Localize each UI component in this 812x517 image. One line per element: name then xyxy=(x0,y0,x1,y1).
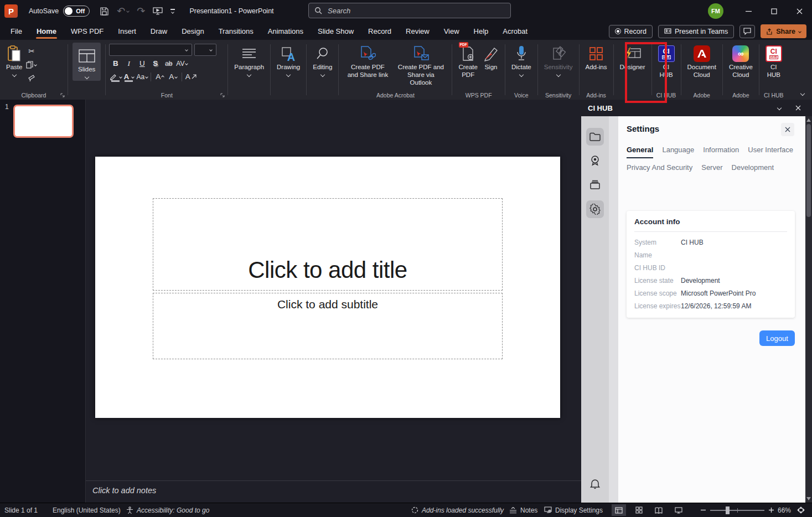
cihub2-button[interactable]: CIHUB CIHUB xyxy=(763,43,785,79)
cut-icon[interactable]: ✂ xyxy=(25,45,38,56)
paste-button[interactable]: Paste xyxy=(3,43,25,76)
designer-button[interactable]: Designer xyxy=(617,43,648,71)
zoom-slider-handle[interactable] xyxy=(726,506,730,514)
taskpane-options-icon[interactable] xyxy=(772,102,787,114)
tab-home[interactable]: Home xyxy=(29,22,64,40)
creative-cloud-button[interactable]: ∞ CreativeCloud xyxy=(726,43,756,79)
clipboard-dialog-launcher-icon[interactable] xyxy=(60,92,65,98)
font-size-combobox[interactable] xyxy=(194,44,216,56)
collapse-ribbon-icon[interactable] xyxy=(800,91,805,96)
tab-development[interactable]: Development xyxy=(732,163,774,175)
present-in-teams-button[interactable]: Present in Teams xyxy=(658,25,734,38)
scroll-down-icon[interactable] xyxy=(806,497,811,500)
undo-icon[interactable]: ↶ xyxy=(117,6,125,16)
underline-button[interactable]: U xyxy=(136,58,148,69)
logout-button[interactable]: Logout xyxy=(759,330,795,346)
scroll-up-icon[interactable] xyxy=(806,118,811,122)
fit-slide-icon[interactable] xyxy=(797,503,805,517)
bell-icon[interactable] xyxy=(586,475,604,493)
title-placeholder[interactable]: Click to add title xyxy=(153,198,503,291)
autosave-toggle[interactable]: Off xyxy=(63,6,90,17)
wps-create-pdf-button[interactable]: PDF CreatePDF xyxy=(456,43,480,79)
zoom-slider[interactable] xyxy=(710,510,764,511)
powerpoint-logo-icon[interactable]: P xyxy=(4,4,18,18)
new-slide-button[interactable]: Slides xyxy=(73,43,101,81)
close-button[interactable] xyxy=(787,0,812,22)
reading-view-icon[interactable] xyxy=(651,504,666,516)
change-case-button[interactable]: Aa xyxy=(136,71,148,82)
create-pdf-share-outlook-button[interactable]: Create PDF andShare via Outlook xyxy=(393,43,448,86)
undo-dropdown-icon[interactable] xyxy=(126,9,130,13)
tab-transitions[interactable]: Transitions xyxy=(211,22,261,40)
tab-acrobat[interactable]: Acrobat xyxy=(495,22,535,40)
tab-view[interactable]: View xyxy=(437,22,467,40)
clear-formatting-button[interactable]: A xyxy=(184,71,197,82)
tab-language[interactable]: Language xyxy=(662,146,694,158)
document-cloud-button[interactable]: DocumentCloud xyxy=(685,43,719,79)
notes-button[interactable]: Notes xyxy=(509,503,537,517)
gear-icon[interactable] xyxy=(586,200,604,218)
slide-thumbnail[interactable] xyxy=(13,105,74,138)
archive-box-icon[interactable] xyxy=(586,176,604,194)
subtitle-placeholder[interactable]: Click to add subtitle xyxy=(153,293,503,359)
quality-badge-icon[interactable] xyxy=(586,152,604,169)
tab-draw[interactable]: Draw xyxy=(143,22,174,40)
grow-font-button[interactable]: A xyxy=(153,71,166,82)
save-icon[interactable] xyxy=(100,7,109,16)
wps-sign-button[interactable]: Sign xyxy=(480,43,501,71)
italic-button[interactable]: I xyxy=(122,58,135,69)
record-button[interactable]: Record xyxy=(609,25,653,38)
language-indicator[interactable]: English (United States) xyxy=(53,503,121,517)
display-settings-button[interactable]: Display Settings xyxy=(544,503,603,517)
zoom-level[interactable]: 66% xyxy=(778,503,791,517)
shrink-font-button[interactable]: A xyxy=(167,71,179,82)
addins-button[interactable]: Add-ins xyxy=(583,43,610,71)
zoom-out-icon[interactable] xyxy=(701,508,706,513)
text-shadow-button[interactable]: S xyxy=(149,58,162,69)
tab-slide-show[interactable]: Slide Show xyxy=(311,22,361,40)
search-box[interactable] xyxy=(308,3,511,18)
tab-information[interactable]: Information xyxy=(703,146,739,158)
tab-record[interactable]: Record xyxy=(361,22,399,40)
tab-help[interactable]: Help xyxy=(467,22,496,40)
tab-wps-pdf[interactable]: WPS PDF xyxy=(64,22,111,40)
cihub-button[interactable]: CIHUB CIHUB xyxy=(655,43,677,79)
copy-icon[interactable] xyxy=(25,59,38,70)
maximize-button[interactable] xyxy=(761,0,787,22)
strikethrough-button[interactable]: ab xyxy=(162,58,175,69)
slide-indicator[interactable]: Slide 1 of 1 xyxy=(4,503,38,517)
bold-button[interactable]: B xyxy=(109,58,122,69)
tab-insert[interactable]: Insert xyxy=(111,22,143,40)
tab-file[interactable]: File xyxy=(3,22,29,40)
font-name-combobox[interactable] xyxy=(109,44,192,56)
tab-user-interface[interactable]: User Interface xyxy=(748,146,793,158)
slide-canvas[interactable]: Click to add title Click to add subtitle xyxy=(95,157,560,418)
customize-qat-icon[interactable] xyxy=(170,9,175,13)
tab-server[interactable]: Server xyxy=(701,163,722,175)
format-painter-icon[interactable] xyxy=(25,73,38,84)
notes-divider[interactable] xyxy=(86,480,581,481)
taskpane-scrollbar[interactable] xyxy=(805,116,812,503)
dictate-button[interactable]: Dictate xyxy=(509,43,534,76)
tab-animations[interactable]: Animations xyxy=(261,22,311,40)
notes-placeholder[interactable]: Click to add notes xyxy=(92,486,156,495)
scrollbar-thumb[interactable] xyxy=(806,124,811,217)
comments-button[interactable] xyxy=(739,25,755,38)
user-avatar[interactable]: FM xyxy=(708,3,723,19)
font-color-button[interactable]: A xyxy=(122,71,135,82)
share-button[interactable]: Share xyxy=(761,24,806,38)
character-spacing-button[interactable]: AV xyxy=(175,58,188,69)
slide-sorter-view-icon[interactable] xyxy=(632,504,646,516)
taskpane-close-icon[interactable] xyxy=(791,102,805,114)
folder-icon[interactable] xyxy=(586,128,604,146)
create-pdf-share-link-button[interactable]: Create PDFand Share link xyxy=(342,43,393,79)
editing-button[interactable]: Editing xyxy=(310,43,335,76)
paragraph-button[interactable]: Paragraph xyxy=(231,43,267,76)
zoom-in-icon[interactable] xyxy=(769,508,774,513)
font-dialog-launcher-icon[interactable] xyxy=(220,92,225,98)
slideshow-from-start-icon[interactable] xyxy=(153,7,163,15)
slideshow-view-icon[interactable] xyxy=(671,504,686,516)
accessibility-status[interactable]: Accessibility: Good to go xyxy=(126,503,209,517)
tab-design[interactable]: Design xyxy=(174,22,211,40)
normal-view-icon[interactable] xyxy=(612,504,626,516)
